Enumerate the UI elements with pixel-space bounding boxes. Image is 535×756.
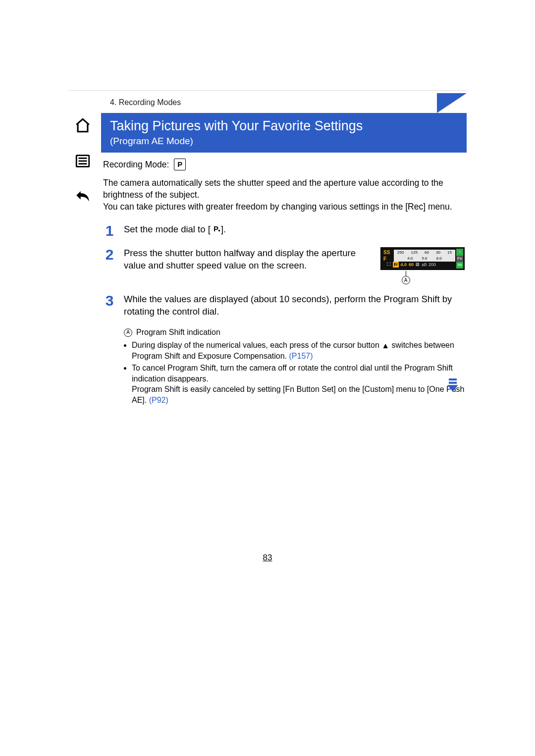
callout-pointer: A bbox=[401, 271, 410, 284]
section-banner: 4. Recording Modes bbox=[101, 93, 467, 113]
steps-list: Set the mode dial to [ P ]. Press the sh… bbox=[103, 223, 465, 318]
mode-p-badge: P bbox=[174, 159, 186, 170]
recording-mode-row: Recording Mode: P bbox=[103, 159, 465, 170]
toc-icon[interactable] bbox=[74, 153, 93, 171]
step-1: Set the mode dial to [ P ]. bbox=[103, 223, 465, 238]
notes-block: A Program Shift indication During displa… bbox=[124, 327, 465, 405]
divider bbox=[68, 90, 467, 91]
lcd-status-bar: ⛶ P⁄ 4.0 60 ▨ ±0 200 bbox=[387, 261, 455, 268]
step-3-text: While the values are displayed (about 10… bbox=[124, 293, 465, 318]
callout-a-badge: A bbox=[124, 328, 132, 337]
content: 4. Recording Modes Taking Pictures with … bbox=[101, 93, 467, 406]
page-subtitle: (Program AE Mode) bbox=[110, 136, 458, 147]
page-title: Taking Pictures with Your Favorite Setti… bbox=[110, 118, 458, 134]
home-icon[interactable] bbox=[74, 117, 93, 136]
page: 4. Recording Modes Taking Pictures with … bbox=[0, 0, 535, 756]
section-crumb: 4. Recording Modes bbox=[110, 98, 181, 107]
step-2-text: Press the shutter button halfway and dis… bbox=[124, 247, 374, 272]
intro-line-2: You can take pictures with greater freed… bbox=[103, 202, 452, 212]
lcd-figure: SS F 250 125 60 30 15 bbox=[380, 247, 465, 284]
up-triangle-icon: ▲ bbox=[381, 340, 389, 351]
lcd-f-label: F bbox=[383, 256, 386, 263]
banner-corner bbox=[437, 93, 467, 113]
sidebar-nav bbox=[74, 117, 93, 207]
step-2: Press the shutter button halfway and dis… bbox=[103, 247, 465, 284]
svg-rect-6 bbox=[449, 378, 457, 380]
step-3: While the values are displayed (about 10… bbox=[103, 293, 465, 318]
link-p157[interactable]: (P157) bbox=[287, 352, 313, 360]
link-p92[interactable]: (P92) bbox=[147, 396, 168, 404]
body: Recording Mode: P The camera automatical… bbox=[101, 153, 467, 405]
step-1-text-a: Set the mode dial to [ bbox=[124, 224, 211, 234]
lcd-scale: 250 125 60 30 15 4.0 bbox=[394, 250, 455, 262]
recording-mode-label: Recording Mode: bbox=[103, 159, 169, 171]
continue-arrow-icon[interactable] bbox=[445, 377, 461, 394]
intro-paragraph: The camera automatically sets the shutte… bbox=[103, 177, 465, 213]
note-2: To cancel Program Shift, turn the camera… bbox=[132, 363, 465, 405]
note-1: During display of the numerical values, … bbox=[132, 340, 465, 362]
svg-rect-7 bbox=[449, 382, 457, 384]
lcd-ss-label: SS bbox=[383, 249, 390, 256]
svg-rect-5 bbox=[218, 230, 220, 231]
page-number[interactable]: 83 bbox=[0, 553, 535, 563]
step-1-text-b: ]. bbox=[221, 224, 226, 234]
program-shift-badge: P⁄ bbox=[393, 262, 399, 268]
callout-a-text: Program Shift indication bbox=[136, 327, 220, 338]
back-icon[interactable] bbox=[74, 188, 93, 207]
intro-line-1: The camera automatically sets the shutte… bbox=[103, 178, 443, 200]
mode-p-icon: P bbox=[213, 224, 221, 236]
svg-text:P: P bbox=[214, 225, 218, 233]
title-bar: Taking Pictures with Your Favorite Setti… bbox=[101, 113, 467, 153]
